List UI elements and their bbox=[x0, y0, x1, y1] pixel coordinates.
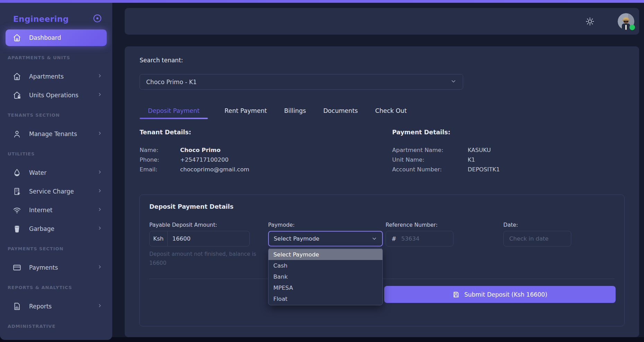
sidebar-section-apartments-units: APARTMENTS & UNITS bbox=[8, 55, 107, 61]
sidebar-item-label: Reports bbox=[29, 303, 52, 310]
date-label: Date: bbox=[503, 222, 518, 228]
paymode-option-bank[interactable]: Bank bbox=[268, 271, 382, 282]
home-icon bbox=[12, 33, 21, 42]
tab-documents[interactable]: Documents bbox=[323, 106, 359, 119]
tenant-details-title: Tenant Details: bbox=[140, 129, 249, 136]
check-in-date-input[interactable] bbox=[504, 235, 570, 242]
payment-details: Payment Details: Apartment Name: KASUKU … bbox=[392, 129, 500, 174]
sidebar-section-payments: PAYMENTS SECTION bbox=[8, 246, 107, 252]
currency-prefix: Ksh bbox=[150, 231, 168, 246]
sidebar-item-apartments[interactable]: Apartments bbox=[6, 68, 107, 85]
chevron-down-icon bbox=[371, 236, 377, 242]
detail-row-email: Email: chocoprimo@gmail.com bbox=[140, 165, 249, 174]
detail-row-apartment: Apartment Name: KASUKU bbox=[392, 145, 500, 155]
chevron-right-icon bbox=[97, 225, 103, 232]
trash-icon bbox=[12, 224, 21, 233]
sidebar-item-label: Manage Tenants bbox=[29, 130, 77, 137]
reference-label: Reference Number: bbox=[386, 222, 438, 228]
payment-details-title: Payment Details: bbox=[392, 129, 500, 136]
sidebar-item-label: Dashboard bbox=[29, 34, 61, 41]
deposit-card-title: Deposit Payment Details bbox=[149, 203, 233, 210]
sidebar-item-payments[interactable]: Payments bbox=[6, 259, 107, 276]
sidebar-item-manage-tenants[interactable]: Manage Tenants bbox=[6, 126, 107, 142]
detail-row-phone: Phone: +254717100200 bbox=[140, 155, 249, 165]
deposit-payment-card: Deposit Payment Details Payable Deposit … bbox=[139, 195, 625, 326]
detail-row-account: Account Number: DEPOSITK1 bbox=[392, 165, 500, 174]
paymode-dropdown: Select Paymode Cash Bank MPESA Float bbox=[268, 248, 383, 305]
hash-prefix: # bbox=[386, 235, 396, 242]
sidebar-item-garbage[interactable]: Garbage bbox=[6, 220, 107, 237]
person-icon bbox=[12, 129, 21, 138]
chevron-right-icon bbox=[97, 130, 103, 137]
paymode-option-float[interactable]: Float bbox=[268, 293, 382, 304]
date-field[interactable] bbox=[503, 231, 571, 246]
sidebar-item-reports[interactable]: Reports bbox=[6, 298, 107, 315]
tab-check-out[interactable]: Check Out bbox=[374, 106, 407, 119]
sun-icon[interactable] bbox=[585, 17, 595, 26]
user-avatar[interactable] bbox=[618, 13, 634, 30]
sidebar-section-tenants: TENANTS SECTION bbox=[8, 112, 107, 119]
sidebar-section-reports: REPORTS & ANALYTICS bbox=[8, 285, 107, 291]
tab-deposit-payment[interactable]: Deposit Payment bbox=[140, 106, 208, 119]
report-icon bbox=[12, 302, 21, 311]
sidebar-item-label: Apartments bbox=[29, 73, 64, 80]
window-accent-strip bbox=[0, 0, 644, 3]
house-lock-icon bbox=[12, 91, 21, 100]
paymode-option-cash[interactable]: Cash bbox=[268, 260, 382, 271]
deposit-amount-input[interactable] bbox=[168, 235, 249, 242]
detail-row-unit: Unit Name: K1 bbox=[392, 155, 500, 165]
tab-billings[interactable]: Billings bbox=[283, 106, 307, 119]
sidebar-item-label: Internet bbox=[29, 207, 53, 214]
sidebar-item-internet[interactable]: Internet bbox=[6, 202, 107, 218]
paymode-selected-value: Select Paymode bbox=[274, 235, 319, 242]
sidebar-item-label: Units Operations bbox=[29, 92, 78, 99]
tab-bar: Deposit Payment Rent Payment Billings Do… bbox=[140, 106, 407, 119]
paymode-label: Paymode: bbox=[268, 222, 295, 228]
sidebar-item-label: Payments bbox=[29, 264, 58, 271]
chevron-right-icon bbox=[97, 188, 103, 195]
chevron-right-icon bbox=[97, 73, 103, 80]
reference-number-input[interactable] bbox=[396, 235, 453, 242]
online-status-dot bbox=[629, 25, 635, 30]
home-icon bbox=[12, 72, 21, 81]
tenant-details: Tenant Details: Name: Choco Primo Phone:… bbox=[140, 129, 249, 174]
sidebar-item-label: Garbage bbox=[29, 225, 54, 232]
sidebar-section-utilities: UTILITIES bbox=[8, 151, 107, 158]
tenant-select-value: Choco Primo - K1 bbox=[146, 79, 197, 86]
chevron-right-icon bbox=[97, 303, 103, 310]
sidebar-item-label: Water bbox=[29, 169, 46, 176]
paymode-select[interactable]: Select Paymode bbox=[268, 231, 383, 246]
main-content: Search tenant: Choco Primo - K1 Deposit … bbox=[125, 46, 639, 337]
sidebar-brand-row: Engineering bbox=[6, 3, 107, 27]
sidebar-item-water[interactable]: Water bbox=[6, 164, 107, 181]
deposit-balance-helper: Deposit amount not finished, balance is … bbox=[149, 250, 260, 268]
chevron-right-icon bbox=[97, 92, 103, 99]
app-screen: Engineering Dashboard APARTMENTS & UNITS bbox=[0, 0, 644, 342]
sidebar-item-service-charge[interactable]: Service Charge bbox=[6, 183, 107, 200]
detail-row-name: Name: Choco Primo bbox=[140, 145, 249, 155]
reference-number-group: # bbox=[386, 231, 453, 246]
sidebar-item-dashboard[interactable]: Dashboard bbox=[6, 29, 107, 46]
brand-title: Engineering bbox=[13, 15, 69, 24]
sidebar-item-units-operations[interactable]: Units Operations bbox=[6, 87, 107, 104]
wifi-icon bbox=[12, 206, 21, 215]
chevron-down-icon bbox=[450, 78, 457, 86]
topbar bbox=[125, 8, 639, 35]
deposit-amount-group: Ksh bbox=[149, 231, 250, 246]
chevron-right-icon bbox=[97, 169, 103, 176]
building-gear-icon bbox=[12, 187, 21, 196]
paymode-option-select-paymode[interactable]: Select Paymode bbox=[268, 249, 382, 260]
chevron-right-icon bbox=[97, 207, 103, 214]
search-tenant-label: Search tenant: bbox=[140, 57, 183, 64]
sidebar: Engineering Dashboard APARTMENTS & UNITS bbox=[0, 3, 112, 340]
amount-label: Payable Deposit Amount: bbox=[149, 222, 217, 228]
credit-card-icon bbox=[12, 263, 21, 272]
submit-deposit-button[interactable]: Submit Deposit (Ksh 16600) bbox=[384, 286, 616, 303]
circle-dot-icon[interactable] bbox=[92, 13, 103, 25]
droplet-icon bbox=[12, 168, 21, 177]
tenant-select[interactable]: Choco Primo - K1 bbox=[140, 74, 463, 90]
tab-rent-payment[interactable]: Rent Payment bbox=[224, 106, 267, 119]
chevron-right-icon bbox=[97, 264, 103, 271]
submit-deposit-label: Submit Deposit (Ksh 16600) bbox=[464, 291, 547, 298]
paymode-option-mpesa[interactable]: MPESA bbox=[268, 282, 382, 293]
